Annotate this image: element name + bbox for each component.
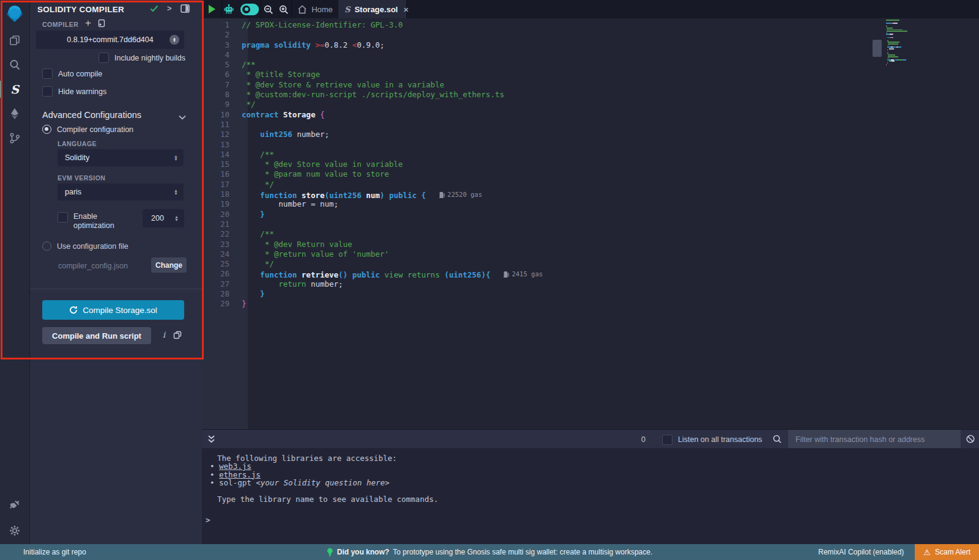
run-script-button[interactable]: [202, 0, 222, 18]
line-number: 4: [202, 50, 229, 60]
enable-optimization-checkbox[interactable]: [58, 212, 68, 223]
language-select[interactable]: Solidity ▲▼: [58, 149, 184, 166]
listen-transactions-label: Listen on all transactions: [678, 435, 762, 444]
compiler-configuration-radio[interactable]: [42, 125, 51, 134]
info-icon[interactable]: i: [160, 330, 168, 339]
code-line: 29}: [202, 299, 543, 309]
hide-warnings-checkbox[interactable]: [42, 86, 53, 97]
terminal-library-item: • web3.js: [210, 462, 979, 470]
collapse-terminal-icon[interactable]: [207, 435, 215, 445]
git-icon[interactable]: [0, 126, 29, 150]
optimization-runs-input[interactable]: 200 ▲▼: [143, 209, 184, 227]
add-compiler-icon[interactable]: +: [85, 17, 91, 29]
number-spinner-icon[interactable]: ▲▼: [174, 215, 184, 221]
solidity-compiler-panel: SOLIDITY COMPILER > COMPILER + 0.8.19+co…: [30, 0, 202, 544]
zoom-in-icon[interactable]: [278, 4, 289, 15]
code-content: 1// SPDX-License-Identifier: GPL-3.023pr…: [202, 20, 543, 309]
zoom-segment: [261, 0, 292, 18]
line-number: 2: [202, 30, 229, 40]
pin-panel-icon[interactable]: [181, 4, 190, 15]
file-explorer-icon[interactable]: [0, 28, 29, 53]
compile-and-run-button[interactable]: Compile and Run script: [42, 327, 151, 344]
auto-compile-checkbox[interactable]: [42, 68, 53, 79]
code-line: 5/**: [202, 60, 543, 70]
code-line: 2: [202, 30, 543, 40]
compile-button[interactable]: Compile Storage.sol: [42, 300, 184, 320]
code-line: 23 * @dev Return value: [202, 240, 543, 249]
open-file-icon[interactable]: [97, 19, 106, 29]
code-line: 21: [202, 219, 543, 229]
home-icon: [297, 5, 307, 14]
terminal-prompt[interactable]: >: [206, 515, 210, 525]
advanced-configurations-title[interactable]: Advanced Configurations: [42, 110, 141, 120]
listen-transactions-checkbox[interactable]: [662, 435, 672, 445]
remix-logo-icon[interactable]: [0, 0, 29, 28]
code-line: 14 /**: [202, 150, 543, 160]
ai-copilot-segment: [221, 0, 261, 18]
line-number: 16: [202, 169, 229, 179]
code-line: 4: [202, 50, 543, 60]
line-number: 12: [202, 130, 229, 139]
config-filename: compiler_config.json: [58, 262, 128, 270]
zoom-out-icon[interactable]: [263, 4, 274, 15]
settings-gear-icon[interactable]: [0, 517, 29, 544]
code-line: 11: [202, 120, 543, 130]
clear-console-icon[interactable]: [966, 434, 975, 446]
terminal-search-icon[interactable]: [772, 434, 782, 446]
copilot-toggle[interactable]: [240, 4, 259, 15]
line-number: 17: [202, 180, 229, 190]
terminal-library-item: • sol-gpt <your Solidity question here>: [210, 479, 979, 487]
ai-robot-icon[interactable]: [223, 4, 234, 15]
terminal-footer: Type the library name to see available c…: [217, 495, 979, 503]
deploy-run-icon[interactable]: [0, 101, 29, 126]
tab-bar: Home S Storage.sol ×: [202, 0, 979, 19]
copilot-status[interactable]: RemixAI Copilot (enabled): [818, 548, 904, 556]
refresh-icon: [69, 306, 78, 314]
gas-estimate-hint: 2415 gas: [504, 269, 543, 279]
play-icon: [209, 5, 215, 13]
gas-estimate-hint: 22520 gas: [439, 190, 482, 199]
code-line: 22 /**: [202, 229, 543, 239]
code-line: 28 }: [202, 289, 543, 299]
code-line: 10contract Storage {: [202, 110, 543, 120]
copy-icon[interactable]: [173, 331, 182, 341]
code-line: 19 number = num;: [202, 199, 543, 209]
code-editor[interactable]: 1// SPDX-License-Identifier: GPL-3.023pr…: [202, 18, 979, 429]
line-number: 19: [202, 199, 229, 209]
close-tab-icon[interactable]: ×: [403, 4, 409, 15]
tab-filename: Storage.sol: [354, 5, 398, 14]
plugin-manager-icon[interactable]: [0, 493, 29, 517]
nightly-builds-checkbox[interactable]: [99, 53, 109, 63]
tab-home[interactable]: Home: [291, 0, 339, 18]
scam-alert-button[interactable]: ⚠ Scam Alert: [915, 544, 979, 560]
solidity-compiler-icon[interactable]: S: [0, 77, 29, 101]
statusbar-right: RemixAI Copilot (enabled) ⚠ Scam Alert: [818, 544, 979, 560]
change-config-button[interactable]: Change: [151, 257, 187, 273]
icon-rail: S: [0, 0, 30, 544]
chevron-down-icon[interactable]: [179, 112, 186, 122]
git-init-button[interactable]: Initialize as git repo: [23, 548, 86, 556]
transaction-filter-input[interactable]: [788, 430, 961, 449]
evm-version-select[interactable]: paris ▲▼: [58, 183, 184, 201]
lightbulb-icon: [327, 548, 333, 557]
solidity-file-icon: S: [344, 5, 350, 14]
compiler-version-select[interactable]: 0.8.19+commit.7dd6d404 ▲▼: [36, 31, 184, 49]
panel-title: SOLIDITY COMPILER: [37, 5, 124, 14]
code-line: 20 }: [202, 210, 543, 219]
code-line: 17 */: [202, 180, 543, 190]
search-icon[interactable]: [0, 53, 29, 77]
panel-forward-icon[interactable]: >: [167, 4, 172, 13]
line-number: 8: [202, 90, 229, 100]
line-number: 14: [202, 150, 229, 160]
use-configuration-file-row: Use configuration file: [42, 241, 128, 251]
code-line: 16 * @param num value to store: [202, 169, 543, 179]
tab-storage-sol[interactable]: S Storage.sol ×: [338, 0, 407, 18]
line-number: 20: [202, 210, 229, 219]
code-line: 27 return number;: [202, 279, 543, 289]
minimap-slider[interactable]: [873, 40, 882, 57]
minimap[interactable]: [886, 20, 953, 65]
terminal-output: The following libraries are accessible: …: [202, 448, 979, 544]
use-configuration-file-radio[interactable]: [42, 241, 51, 251]
line-number: 27: [202, 279, 229, 289]
line-number: 1: [202, 20, 229, 30]
